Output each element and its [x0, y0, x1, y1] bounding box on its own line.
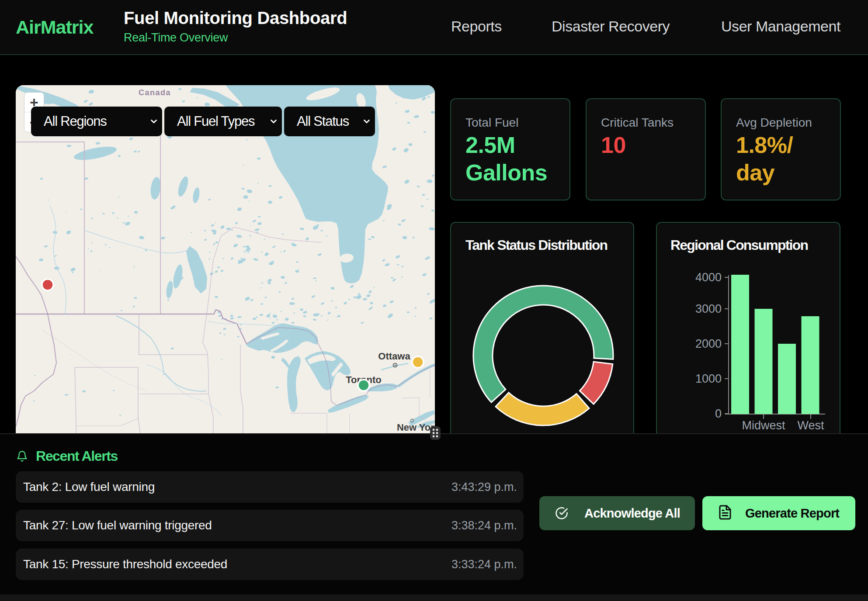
svg-text:3000: 3000: [695, 302, 722, 315]
svg-text:Canada: Canada: [139, 88, 171, 97]
svg-text:1000: 1000: [695, 372, 722, 385]
svg-text:0: 0: [715, 407, 722, 420]
svg-text:Midwest: Midwest: [742, 419, 785, 432]
svg-text:2000: 2000: [695, 337, 722, 350]
svg-text:New York: New York: [397, 422, 435, 433]
svg-text:Ottawa: Ottawa: [378, 351, 410, 362]
svg-text:4000: 4000: [695, 271, 722, 284]
svg-text:West: West: [797, 419, 824, 432]
